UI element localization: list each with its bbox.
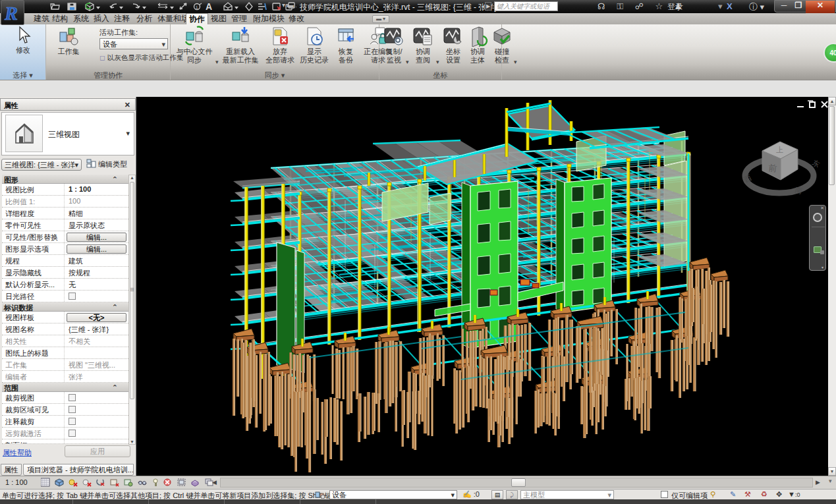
svg-text:R: R <box>4 2 18 24</box>
svg-text:上: 上 <box>776 146 783 154</box>
svg-text:前: 前 <box>768 163 777 173</box>
svg-text:1: 1 <box>196 5 198 9</box>
svg-text:A: A <box>206 1 212 12</box>
